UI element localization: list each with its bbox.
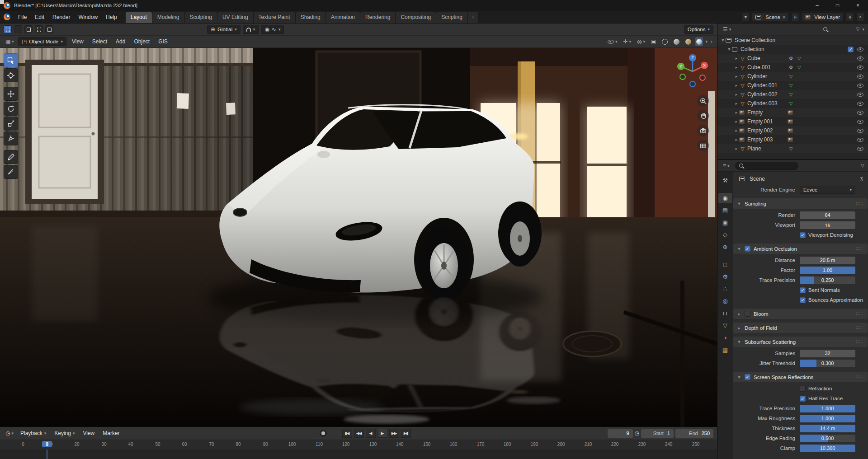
next-keyframe-button[interactable]: ▶▶ <box>389 429 399 438</box>
ssr-edge-fading-slider[interactable]: 0.500 <box>800 435 855 442</box>
timeline-menu-playback[interactable]: Playback▾ <box>17 430 49 436</box>
shading-material-button[interactable] <box>684 37 693 46</box>
ssr-max-roughness-slider[interactable]: 1.000 <box>800 415 855 422</box>
viewport-3d-scene[interactable] <box>0 48 717 426</box>
tab-tool[interactable]: ⚒ <box>718 175 732 186</box>
sampling-viewport-field[interactable]: 16 <box>800 221 855 229</box>
workspace-tab-layout[interactable]: Layout <box>126 12 152 23</box>
panel-depth-of-field[interactable]: ▸ Depth of Field ∷∷ <box>733 323 868 333</box>
collapse-header-arrow-icon[interactable]: ‹ <box>710 38 713 45</box>
filter-funnel-icon[interactable]: ▽ <box>856 27 860 32</box>
tool-scale[interactable] <box>4 117 18 131</box>
tab-view-layer[interactable]: ▣ <box>718 217 732 228</box>
panel-drag-handle[interactable]: ∷∷ <box>856 311 863 317</box>
maximize-button[interactable]: □ <box>827 0 848 11</box>
tab-object[interactable]: □ <box>718 259 732 270</box>
outliner-row-cylinder-001[interactable]: ▸ ▽ Cylinder.001 ▽ <box>717 81 868 90</box>
tool-transform[interactable] <box>4 131 18 145</box>
tab-particles[interactable]: ∴ <box>718 284 732 294</box>
disclosure-icon[interactable]: ▼ <box>720 38 726 42</box>
workspace-tab-modeling[interactable]: Modeling <box>152 12 185 23</box>
current-frame-playhead[interactable]: 9 <box>42 441 52 447</box>
tab-physics[interactable]: ◎ <box>718 296 732 306</box>
ao-factor-slider[interactable]: 1.00 <box>800 267 855 274</box>
outliner-row-cube-001[interactable]: ▸ ▽ Cube.001 ⚙▽ <box>717 63 868 72</box>
menu-render[interactable]: Render <box>48 11 74 23</box>
scene-browse-button[interactable]: ▾ <box>741 13 750 21</box>
tool-annotate[interactable] <box>4 150 18 164</box>
timeline-menu-keying[interactable]: Keying▾ <box>51 430 78 436</box>
view-layer-selector[interactable]: View Layer <box>802 13 844 21</box>
ssr-clamp-slider[interactable]: 10.300 <box>800 445 855 452</box>
options-dropdown[interactable]: Options ▾ <box>684 25 713 34</box>
outliner-row-empty[interactable]: ▸ Empty <box>717 108 868 117</box>
bloom-checkbox[interactable] <box>745 311 750 317</box>
shading-solid-button[interactable] <box>672 37 681 46</box>
workspace-tab-texture-paint[interactable]: Texture Paint <box>254 12 296 23</box>
sampling-render-field[interactable]: 64 <box>800 211 855 219</box>
workspace-tab-uv-editing[interactable]: UV Editing <box>217 12 254 23</box>
panel-subsurface-scattering[interactable]: ▼ Subsurface Scattering ∷∷ <box>733 337 868 347</box>
unlink-scene-icon[interactable]: × <box>783 14 785 20</box>
timeline-editor-type-button[interactable]: ◷ ▾ <box>4 429 15 438</box>
refraction-checkbox[interactable] <box>800 386 806 392</box>
end-frame-field[interactable]: End 250 <box>675 429 713 438</box>
viewport-menu-object[interactable]: Object <box>131 38 153 45</box>
ssr-checkbox[interactable] <box>745 374 750 380</box>
editor-type-button[interactable]: ▦ ▾ <box>4 37 16 46</box>
tool-select-box[interactable] <box>4 53 18 67</box>
navigation-gizmo[interactable]: Z Y X <box>674 52 712 90</box>
zoom-icon[interactable] <box>697 95 709 107</box>
viewport-menu-select[interactable]: Select <box>89 38 110 45</box>
workspace-tab-sculpting[interactable]: Sculpting <box>185 12 217 23</box>
scene-selector[interactable]: Scene × <box>752 13 789 21</box>
tab-world[interactable]: ⊕ <box>718 242 732 252</box>
panel-drag-handle[interactable]: ∷∷ <box>856 374 863 380</box>
disclosure-icon[interactable]: ▼ <box>726 47 732 52</box>
perspective-grid-icon[interactable] <box>697 140 709 151</box>
sss-samples-field[interactable]: 32 <box>800 350 855 357</box>
outliner-row-cylinder-003[interactable]: ▸ ▽ Cylinder.003 ▽ <box>717 99 868 108</box>
menu-file[interactable]: File <box>14 11 31 23</box>
tool-move[interactable] <box>4 87 18 101</box>
properties-search-input[interactable] <box>735 162 798 170</box>
hide-in-viewport-toggle[interactable] <box>857 147 863 151</box>
select-mode-new-icon[interactable] <box>14 25 22 33</box>
disclosure-icon[interactable]: ▸ <box>734 92 739 97</box>
ambient-occlusion-checkbox[interactable] <box>745 246 750 252</box>
properties-editor-type-button[interactable]: ≡ ▾ <box>721 161 731 170</box>
proportional-editing-dropdown[interactable]: ◉ ∿ ▾ <box>261 25 284 34</box>
half-res-trace-checkbox[interactable] <box>800 396 806 402</box>
panel-bloom[interactable]: ▸ Bloom ∷∷ <box>733 309 868 319</box>
shading-options-chevron-icon[interactable]: ▾ <box>705 39 708 44</box>
disclosure-icon[interactable]: ▸ <box>734 74 739 79</box>
hide-in-viewport-toggle[interactable] <box>857 75 863 79</box>
panel-sampling[interactable]: ▼ Sampling ∷∷ <box>733 198 868 209</box>
filter-funnel-icon[interactable]: ▽ <box>861 163 864 168</box>
disclosure-icon[interactable]: ▸ <box>734 65 739 70</box>
snapping-dropdown[interactable]: ▾ <box>243 25 259 34</box>
ao-distance-field[interactable]: 20.5 m <box>800 257 855 264</box>
use-preview-range-icon[interactable]: ◷ <box>635 430 639 436</box>
blender-menu-icon[interactable] <box>0 11 14 23</box>
panel-drag-handle[interactable]: ∷∷ <box>856 325 863 331</box>
viewport-canvas[interactable]: Z Y X <box>0 48 717 426</box>
gizmos-dropdown[interactable]: ✛ ▾ <box>622 37 633 46</box>
panel-drag-handle[interactable]: ∷∷ <box>856 201 863 206</box>
start-frame-field[interactable]: Start 1 <box>641 429 674 438</box>
outliner-row-empty-001[interactable]: ▸ Empty.001 <box>717 117 868 126</box>
tool-rotate[interactable] <box>4 102 18 116</box>
disclosure-icon[interactable]: ▸ <box>734 137 739 142</box>
add-workspace-button[interactable]: + <box>468 12 479 23</box>
pin-icon[interactable]: ⊼ <box>860 176 863 182</box>
shading-wireframe-button[interactable] <box>660 37 670 46</box>
hide-in-viewport-toggle[interactable] <box>857 102 863 106</box>
timeline-menu-marker[interactable]: Marker <box>99 430 123 436</box>
play-button[interactable]: ▶ <box>377 429 387 438</box>
viewport-menu-view[interactable]: View <box>69 38 87 45</box>
disclosure-icon[interactable]: ▸ <box>734 119 739 124</box>
disclosure-icon[interactable]: ▸ <box>734 56 739 61</box>
new-view-layer-button[interactable]: ⧺ <box>846 13 854 21</box>
tab-constraints[interactable]: ⊓ <box>718 308 732 318</box>
select-mode-extend-icon[interactable] <box>24 25 33 33</box>
